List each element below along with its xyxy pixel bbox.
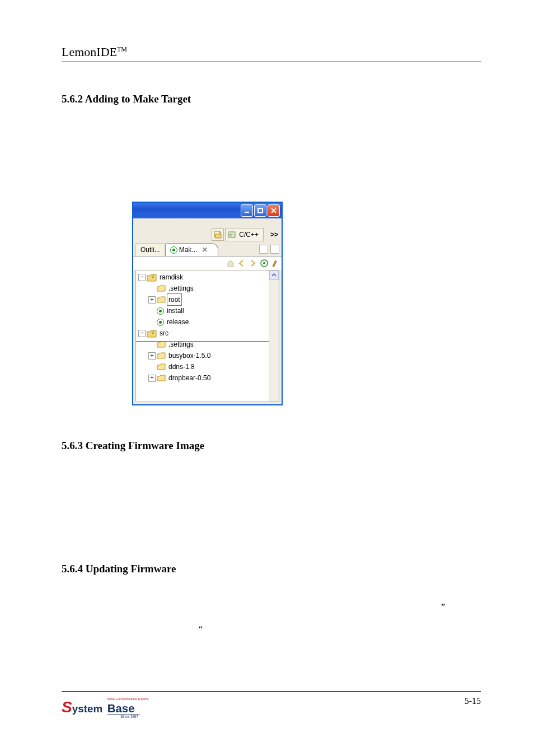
make-target-icon xyxy=(170,246,177,254)
svg-rect-0 xyxy=(245,212,249,213)
svg-point-8 xyxy=(263,262,265,264)
make-target-icon xyxy=(157,307,164,315)
svg-text:c: c xyxy=(152,274,154,279)
tree-label: root xyxy=(168,296,180,304)
close-quote: ” xyxy=(441,602,445,612)
view-minimize-button[interactable] xyxy=(259,245,268,254)
add-target-icon[interactable] xyxy=(260,259,269,268)
tree-label: busybox-1.5.0 xyxy=(167,350,210,361)
perspective-bar: + c C/C++ >> xyxy=(133,227,282,242)
folder-open-icon xyxy=(157,285,166,292)
selection-box: root xyxy=(167,293,182,306)
tree-label: release xyxy=(165,316,189,328)
heading-5-6-4: 5.6.4 Updating Firmware xyxy=(62,563,176,575)
tab-close-icon[interactable]: ✕ xyxy=(202,246,208,254)
tree-node-ramdisk[interactable]: − c ramdisk xyxy=(138,272,269,283)
back-icon[interactable] xyxy=(237,259,246,268)
collapse-icon[interactable]: − xyxy=(138,274,146,281)
tab-make-targets[interactable]: Mak... ✕ xyxy=(165,243,219,256)
open-perspective-icon: + xyxy=(214,231,222,239)
svg-rect-1 xyxy=(258,208,263,213)
close-icon xyxy=(270,207,277,214)
svg-text:ystem: ystem xyxy=(72,703,102,715)
heading-5-6-3: 5.6.3 Creating Firmware Image xyxy=(62,440,204,452)
svg-text:Base: Base xyxy=(107,702,135,715)
make-targets-tree: − c ramdisk .settings + root xyxy=(135,270,279,402)
tree-node-src[interactable]: − c src xyxy=(138,328,269,339)
maximize-button[interactable] xyxy=(254,204,266,217)
chevron-up-icon xyxy=(271,273,277,278)
tree-node-install[interactable]: install xyxy=(138,305,269,316)
tree-label: dropbear-0.50 xyxy=(167,372,210,384)
more-icon[interactable]: >> xyxy=(270,231,278,239)
perspective-c-cpp[interactable]: c C/C++ xyxy=(225,228,264,241)
forward-icon[interactable] xyxy=(249,259,257,268)
svg-text:c: c xyxy=(229,232,232,237)
tab-make-label: Mak... xyxy=(179,246,198,254)
expand-icon[interactable]: + xyxy=(148,375,156,382)
logo-tagline-bottom: Since 1987 xyxy=(120,715,138,718)
tab-outline[interactable]: Outli... xyxy=(135,243,165,256)
heading-5-6-2: 5.6.2 Adding to Make Target xyxy=(62,93,481,105)
brand: LemonIDETM xyxy=(62,45,127,59)
toolbar-strip xyxy=(133,218,282,227)
folder-open-icon xyxy=(157,375,166,382)
folder-open-icon xyxy=(157,341,166,348)
tree-label: .settings xyxy=(167,339,194,350)
tree-label: install xyxy=(165,305,184,316)
tree-label: ddns-1.8 xyxy=(167,361,195,372)
c-project-folder-icon: c xyxy=(147,329,157,338)
make-target-icon xyxy=(157,319,164,326)
window-titlebar xyxy=(133,203,282,218)
svg-text:+: + xyxy=(219,231,222,235)
page-footer: S ystem Base Serial Communication Expert… xyxy=(62,691,481,720)
folder-open-icon xyxy=(157,352,166,360)
tree-node-settings[interactable]: .settings xyxy=(138,283,269,294)
view-maximize-button[interactable] xyxy=(270,245,279,254)
expand-icon[interactable]: + xyxy=(148,352,156,360)
tree-node-busybox[interactable]: + busybox-1.5.0 xyxy=(138,350,269,361)
page-number: 5-15 xyxy=(465,695,481,706)
open-perspective-button[interactable]: + xyxy=(212,228,224,241)
scroll-up-button[interactable] xyxy=(269,270,279,280)
expand-icon[interactable]: + xyxy=(148,296,156,304)
tree-label: ramdisk xyxy=(158,272,183,283)
close-button[interactable] xyxy=(268,204,280,217)
view-tabs: Outli... Mak... ✕ xyxy=(133,242,282,256)
minimize-icon xyxy=(243,207,250,214)
vertical-scrollbar[interactable] xyxy=(269,270,279,402)
home-icon[interactable] xyxy=(226,259,235,268)
brand-text: LemonIDE xyxy=(62,45,117,59)
logo-tagline-top: Serial Communication Experts xyxy=(107,697,149,701)
brand-sup: TM xyxy=(117,45,127,53)
c-project-folder-icon: c xyxy=(147,273,157,282)
folder-open-icon xyxy=(157,296,166,304)
svg-text:S: S xyxy=(62,698,72,716)
minimize-button[interactable] xyxy=(241,204,253,217)
systembase-logo: S ystem Base Serial Communication Expert… xyxy=(62,695,167,720)
tree-node-root[interactable]: + root xyxy=(138,294,269,305)
tree-node-release[interactable]: release xyxy=(138,316,269,328)
collapse-icon[interactable]: − xyxy=(138,330,146,337)
tree-label: .settings xyxy=(167,283,194,294)
perspective-label: C/C++ xyxy=(239,231,259,239)
svg-text:c: c xyxy=(152,330,154,335)
tree-label: src xyxy=(158,328,168,339)
build-target-icon[interactable] xyxy=(271,259,280,268)
ide-window: + c C/C++ >> Outli... Mak... ✕ xyxy=(132,202,283,405)
tab-outline-label: Outli... xyxy=(140,246,160,254)
c-cpp-perspective-icon: c xyxy=(228,231,237,239)
tree-node-settings-2[interactable]: .settings xyxy=(138,339,269,350)
view-toolbar xyxy=(133,256,282,270)
open-quote: “ xyxy=(199,624,203,634)
tree-node-dropbear[interactable]: + dropbear-0.50 xyxy=(138,372,269,384)
folder-open-icon xyxy=(157,363,166,371)
maximize-icon xyxy=(257,207,264,214)
page-header: LemonIDETM xyxy=(62,45,481,62)
tree-node-ddns[interactable]: ddns-1.8 xyxy=(138,361,269,372)
